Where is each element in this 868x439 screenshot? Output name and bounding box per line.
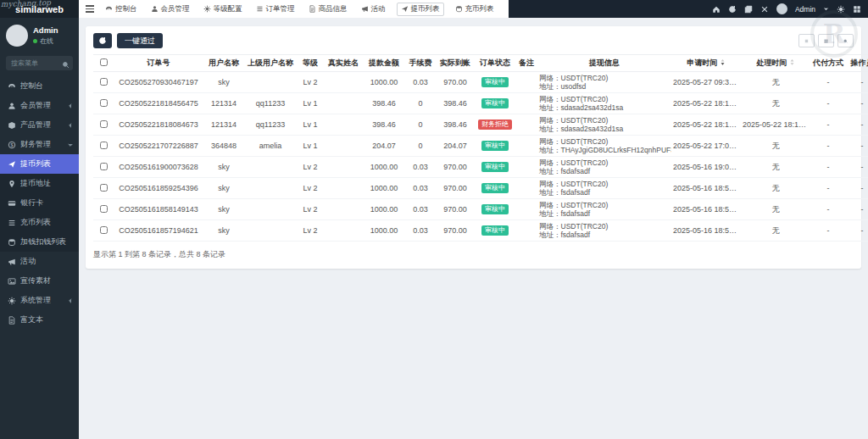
- sidebar-item-products[interactable]: 产品管理: [0, 115, 79, 135]
- cell-parent-user: amelia: [244, 136, 297, 157]
- cell-order-no: CO2505221818456475: [114, 93, 203, 114]
- table-row: CO2505161900073628skyLv 21000.000.03970.…: [93, 157, 868, 178]
- row-checkbox[interactable]: [100, 142, 108, 149]
- cell-remark: [515, 199, 537, 220]
- topnav-item-activity[interactable]: 活动: [359, 3, 388, 16]
- column-header: 提现信息: [537, 55, 671, 72]
- cell-process-time: 无: [741, 72, 810, 93]
- row-checkbox[interactable]: [100, 226, 108, 234]
- sidebar-item-label: 宣传素材: [20, 275, 74, 286]
- sidebar-item-rich-text[interactable]: 富文本: [0, 310, 79, 330]
- topnav-item-label: 提币列表: [411, 4, 440, 14]
- sidebar-item-members[interactable]: 会员管理: [0, 96, 79, 115]
- pin-icon: [8, 180, 16, 188]
- home-icon[interactable]: [712, 5, 721, 14]
- row-checkbox[interactable]: [100, 184, 108, 192]
- sort-icon[interactable]: [720, 58, 726, 66]
- cell-pay-method: -: [810, 157, 846, 178]
- row-checkbox[interactable]: [100, 99, 108, 107]
- row-checkbox[interactable]: [100, 78, 108, 86]
- topbar-avatar[interactable]: [776, 3, 787, 14]
- cell-remark: [515, 178, 537, 199]
- cell-pay-method: -: [810, 136, 846, 157]
- topnav-item-product-info[interactable]: 商品信息: [306, 3, 350, 16]
- topnav-item-console[interactable]: 控制台: [103, 3, 140, 16]
- sidebar-item-label: 系统管理: [20, 295, 63, 306]
- cell-order-no: CO2505221707226887: [114, 136, 203, 157]
- table-header-row: 订单号用户名称上级用户名称等级真实姓名提款金额手续费实际到账订单状态备注提现信息…: [93, 55, 868, 72]
- sidebar-item-withdraw-list[interactable]: 提币列表: [0, 154, 79, 174]
- grid-view-button[interactable]: [818, 34, 834, 47]
- column-header: 代付方式: [810, 55, 846, 72]
- column-header: 操作员: [846, 55, 868, 72]
- column-header: 手续费: [405, 55, 436, 72]
- person-icon: [8, 102, 16, 110]
- search-view-button[interactable]: [837, 34, 854, 47]
- hamburger-menu-icon[interactable]: [86, 5, 94, 13]
- cell-order-no: CO2505270930467197: [114, 72, 203, 93]
- cell-operator: -: [846, 220, 868, 242]
- sidebar-item-label: 银行卡: [20, 197, 74, 208]
- row-checkbox[interactable]: [100, 120, 108, 128]
- column-header[interactable]: 处理时间: [741, 55, 810, 72]
- gear-icon[interactable]: [837, 5, 845, 14]
- column-header: 实际到账: [436, 55, 475, 72]
- cell-process-time: 无: [741, 136, 810, 157]
- menu-view-button[interactable]: [798, 34, 815, 47]
- approve-all-button[interactable]: 一键通过: [117, 33, 163, 48]
- cell-amount: 1000.00: [363, 72, 405, 93]
- sort-icon[interactable]: [789, 58, 795, 66]
- select-all-checkbox[interactable]: [100, 58, 108, 66]
- sidebar-item-deposit-list[interactable]: 充币列表: [0, 213, 79, 232]
- windows-icon[interactable]: [744, 5, 753, 14]
- cell-withdraw-info: 网络：USDT(TRC20)地址：usodfsd: [537, 72, 671, 93]
- refresh-button[interactable]: [93, 33, 112, 48]
- cell-apply-time: 2025-05-27 09:30:46: [671, 72, 741, 93]
- cell-real-name: [324, 178, 363, 199]
- row-checkbox[interactable]: [100, 205, 108, 213]
- grid-icon[interactable]: [853, 5, 861, 14]
- sidebar-item-label: 活动: [20, 256, 74, 267]
- cell-apply-time: 2025-05-22 18:18:08: [671, 114, 741, 136]
- sidebar-item-adjust-list[interactable]: 加钱扣钱列表: [0, 232, 79, 252]
- close-icon[interactable]: [760, 5, 769, 14]
- topbar-user-name[interactable]: Admin: [795, 5, 815, 14]
- topnav-item-level-config[interactable]: 等级配置: [201, 3, 245, 16]
- cell-remark: [515, 157, 537, 178]
- sidebar-item-bank-card[interactable]: 银行卡: [0, 193, 79, 213]
- cell-actual-amount: 970.00: [436, 178, 475, 199]
- sidebar-item-console[interactable]: 控制台: [0, 76, 79, 96]
- cell-process-time: 无: [741, 178, 810, 199]
- cell-real-name: [324, 93, 363, 114]
- sidebar-item-label: 提币列表: [20, 158, 74, 169]
- user-status: 在线: [33, 36, 58, 46]
- cell-operator: -: [846, 199, 868, 220]
- status-badge: 审核中: [481, 204, 509, 214]
- cell-user-name: sky: [203, 178, 244, 199]
- sidebar-item-withdraw-addr[interactable]: 提币地址: [0, 174, 79, 193]
- sidebar-item-promo-material[interactable]: 宣传素材: [0, 271, 79, 291]
- cell-actual-amount: 204.07: [436, 136, 475, 157]
- cell-parent-user: qq11233: [244, 114, 297, 136]
- topnav-item-withdraw-list[interactable]: 提币列表: [397, 3, 444, 16]
- topnav-item-deposit-list[interactable]: 充币列表: [453, 3, 497, 16]
- cell-pay-method: -: [810, 220, 846, 242]
- sidebar: mychang.top similarweb Admin 在线 控制台会员管理产…: [0, 0, 79, 439]
- sidebar-item-activity[interactable]: 活动: [0, 252, 79, 271]
- online-dot-icon: [33, 39, 37, 43]
- row-checkbox[interactable]: [100, 163, 108, 170]
- refresh-icon[interactable]: [728, 5, 737, 14]
- topnav-item-label: 会员管理: [161, 4, 190, 14]
- sidebar-item-system[interactable]: 系统管理: [0, 291, 79, 310]
- column-header: 上级用户名称: [244, 55, 297, 72]
- topnav-item-members[interactable]: 会员管理: [148, 3, 192, 16]
- cell-parent-user: qq11233: [244, 93, 297, 114]
- topnav-item-label: 充币列表: [465, 4, 494, 14]
- column-header[interactable]: 申请时间: [671, 55, 741, 72]
- finance-icon: $: [8, 141, 16, 149]
- sidebar-item-finance[interactable]: $财务管理: [0, 135, 79, 154]
- topnav-item-orders[interactable]: 订单管理: [253, 3, 298, 16]
- column-header: 真实姓名: [324, 55, 363, 72]
- select-all-header: [93, 55, 114, 72]
- sidebar-item-label: 富文本: [20, 314, 74, 325]
